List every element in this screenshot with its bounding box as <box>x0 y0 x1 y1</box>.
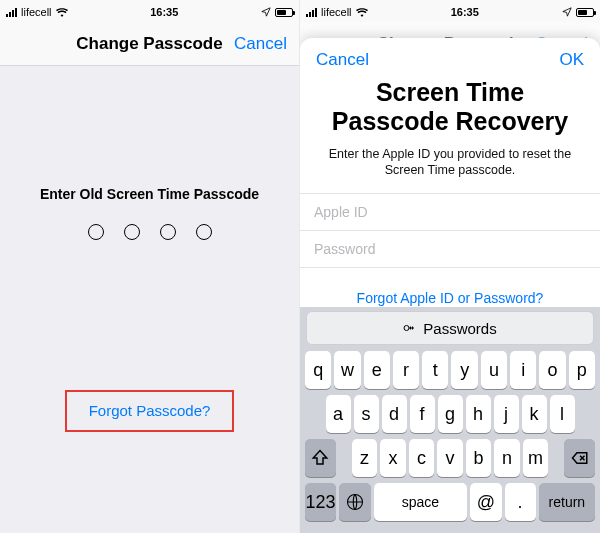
svg-point-0 <box>404 326 409 331</box>
letter-key-t[interactable]: t <box>422 351 448 389</box>
shift-key[interactable] <box>305 439 336 477</box>
key-icon <box>403 322 415 334</box>
passcode-dot <box>88 224 104 240</box>
backspace-icon <box>571 449 589 467</box>
letter-key-g[interactable]: g <box>438 395 463 433</box>
sheet-cancel-button[interactable]: Cancel <box>316 50 369 70</box>
letter-key-k[interactable]: k <box>522 395 547 433</box>
numbers-key[interactable]: 123 <box>305 483 336 521</box>
letter-key-z[interactable]: z <box>352 439 377 477</box>
location-icon <box>562 7 572 17</box>
sheet-title: Screen Time Passcode Recovery <box>300 78 600 146</box>
letter-key-d[interactable]: d <box>382 395 407 433</box>
status-bar: lifecell 16:35 <box>300 0 600 22</box>
letter-key-l[interactable]: l <box>550 395 575 433</box>
passcode-dot <box>196 224 212 240</box>
location-icon <box>261 7 271 17</box>
letter-key-p[interactable]: p <box>569 351 595 389</box>
return-key[interactable]: return <box>539 483 595 521</box>
phone-right-recovery: lifecell 16:35 Change Passcode Cancel Ca… <box>300 0 600 533</box>
keyboard: Passwords qwertyuiop asdfghjkl zxcvbnm <box>300 307 600 533</box>
letter-key-f[interactable]: f <box>410 395 435 433</box>
password-field[interactable]: Password <box>300 231 600 268</box>
passwords-label: Passwords <box>423 320 496 337</box>
at-key[interactable]: @ <box>470 483 501 521</box>
recovery-sheet: Cancel OK Screen Time Passcode Recovery … <box>300 38 600 533</box>
passcode-body: Enter Old Screen Time Passcode Forgot Pa… <box>0 66 299 533</box>
battery-icon <box>576 8 594 17</box>
nav-bar: Change Passcode Cancel <box>0 22 299 66</box>
clock: 16:35 <box>451 6 479 18</box>
letter-key-y[interactable]: y <box>451 351 477 389</box>
keyboard-row-3: zxcvbnm <box>303 439 597 477</box>
phone-left-change-passcode: lifecell 16:35 Change Passcode Cancel En… <box>0 0 300 533</box>
cell-signal-icon <box>6 8 17 17</box>
letter-key-a[interactable]: a <box>326 395 351 433</box>
letter-key-i[interactable]: i <box>510 351 536 389</box>
globe-icon <box>346 493 364 511</box>
letter-key-e[interactable]: e <box>364 351 390 389</box>
backspace-key[interactable] <box>564 439 595 477</box>
wifi-icon <box>56 8 68 17</box>
letter-key-x[interactable]: x <box>380 439 405 477</box>
passcode-prompt: Enter Old Screen Time Passcode <box>40 186 259 202</box>
letter-key-q[interactable]: q <box>305 351 331 389</box>
keyboard-row-2: asdfghjkl <box>303 395 597 433</box>
battery-icon <box>275 8 293 17</box>
letter-key-w[interactable]: w <box>334 351 360 389</box>
letter-key-r[interactable]: r <box>393 351 419 389</box>
sheet-title-line2: Passcode Recovery <box>332 107 568 135</box>
dot-key[interactable]: . <box>505 483 536 521</box>
passcode-dot <box>124 224 140 240</box>
keyboard-row-1: qwertyuiop <box>303 351 597 389</box>
letter-key-h[interactable]: h <box>466 395 491 433</box>
letter-key-c[interactable]: c <box>409 439 434 477</box>
letter-key-b[interactable]: b <box>466 439 491 477</box>
sheet-title-line1: Screen Time <box>376 78 524 106</box>
passwords-bar[interactable]: Passwords <box>306 311 594 345</box>
wifi-icon <box>356 8 368 17</box>
keyboard-row-4: 123 space @ . return <box>303 483 597 521</box>
nav-title: Change Passcode <box>76 34 222 54</box>
clock: 16:35 <box>150 6 178 18</box>
status-bar: lifecell 16:35 <box>0 0 299 22</box>
cell-signal-icon <box>306 8 317 17</box>
letter-key-m[interactable]: m <box>523 439 548 477</box>
sheet-ok-button[interactable]: OK <box>559 50 584 70</box>
letter-key-u[interactable]: u <box>481 351 507 389</box>
carrier-label: lifecell <box>21 6 52 18</box>
carrier-label: lifecell <box>321 6 352 18</box>
globe-key[interactable] <box>339 483 370 521</box>
sheet-subtitle: Enter the Apple ID you provided to reset… <box>300 146 600 194</box>
letter-key-j[interactable]: j <box>494 395 519 433</box>
shift-icon <box>311 449 329 467</box>
letter-key-s[interactable]: s <box>354 395 379 433</box>
forgot-passcode-highlight: Forgot Passcode? <box>65 390 235 432</box>
space-key[interactable]: space <box>374 483 468 521</box>
letter-key-n[interactable]: n <box>494 439 519 477</box>
forgot-passcode-link[interactable]: Forgot Passcode? <box>89 402 211 419</box>
forgot-apple-id-link[interactable]: Forgot Apple ID or Password? <box>300 290 600 306</box>
letter-key-o[interactable]: o <box>539 351 565 389</box>
passcode-dots[interactable] <box>88 224 212 240</box>
letter-key-v[interactable]: v <box>437 439 462 477</box>
passcode-dot <box>160 224 176 240</box>
cancel-button[interactable]: Cancel <box>234 34 287 54</box>
apple-id-field[interactable]: Apple ID <box>300 193 600 231</box>
